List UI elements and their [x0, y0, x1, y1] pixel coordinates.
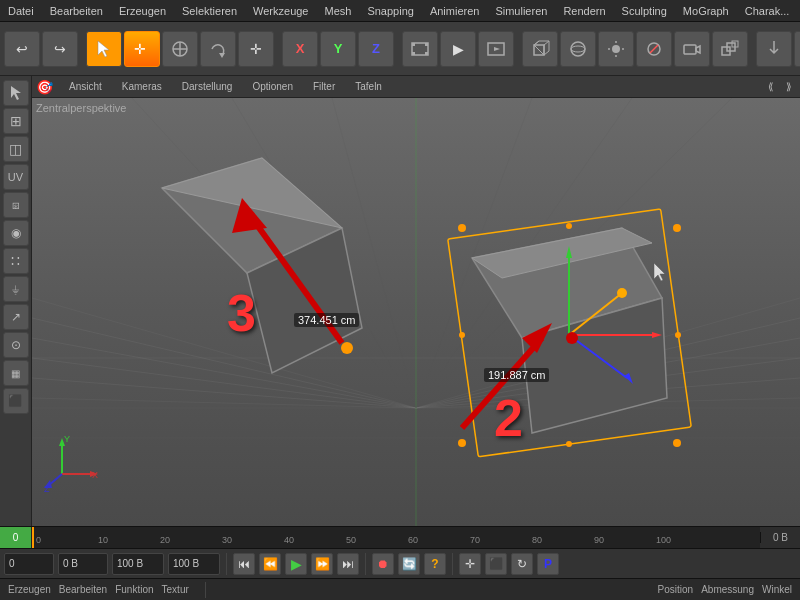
frame-100-value: 100 B [117, 558, 143, 569]
svg-line-77 [569, 335, 627, 378]
menu-bearbeiten[interactable]: Bearbeiten [42, 3, 111, 19]
tab-darstellung[interactable]: Darstellung [174, 79, 241, 94]
sphere-tool-button[interactable] [560, 31, 596, 67]
parking-btn[interactable]: P [537, 553, 559, 575]
tab-filter[interactable]: Filter [305, 79, 343, 94]
tab-kameras[interactable]: Kameras [114, 79, 170, 94]
menu-charak[interactable]: Charak... [737, 3, 798, 19]
undo-button[interactable]: ↩ [4, 31, 40, 67]
menu-mograph[interactable]: MoGraph [675, 3, 737, 19]
redo-button[interactable]: ↪ [42, 31, 78, 67]
tab-optionen[interactable]: Optionen [244, 79, 301, 94]
menu-animieren[interactable]: Animieren [422, 3, 488, 19]
status-erzeugen[interactable]: Erzeugen [8, 584, 51, 595]
left-tool12-btn[interactable]: ⬛ [3, 388, 29, 414]
left-tool3-btn[interactable]: ◫ [3, 136, 29, 162]
left-tool6-btn[interactable]: ◉ [3, 220, 29, 246]
record-btn[interactable]: ⏺ [372, 553, 394, 575]
skip-end-btn[interactable]: ⏭ [337, 553, 359, 575]
axis-indicator: Y X Z [42, 434, 102, 496]
svg-line-26 [650, 45, 658, 53]
frame-current-field[interactable]: 0 [4, 553, 54, 575]
svg-line-40 [32, 398, 416, 408]
z-axis-button[interactable]: Z [358, 31, 394, 67]
left-tool4-btn[interactable]: UV [3, 164, 29, 190]
x-axis-button[interactable]: X [282, 31, 318, 67]
viewport-expand-btn[interactable]: ⟪ [764, 79, 778, 94]
y-axis-button[interactable]: Y [320, 31, 356, 67]
svg-line-55 [416, 98, 532, 408]
objects-svg [32, 98, 800, 526]
refresh-btn[interactable]: ↻ [511, 553, 533, 575]
skip-start-btn[interactable]: ⏮ [233, 553, 255, 575]
left-tool10-btn[interactable]: ⊙ [3, 332, 29, 358]
misc2-button[interactable] [794, 31, 800, 67]
transform-tool-button[interactable]: ✛ [238, 31, 274, 67]
frame-b-field[interactable]: 0 B [58, 553, 108, 575]
left-tool9-btn[interactable]: ↗ [3, 304, 29, 330]
misc1-button[interactable] [756, 31, 792, 67]
status-funktion[interactable]: Funktion [115, 584, 153, 595]
menu-simulieren[interactable]: Simulieren [487, 3, 555, 19]
scale-tool-button[interactable] [162, 31, 198, 67]
render-button[interactable]: ▶ [440, 31, 476, 67]
ctrl-sep3 [452, 553, 453, 575]
tab-tafeln[interactable]: Tafeln [347, 79, 390, 94]
select-tool-button[interactable] [86, 31, 122, 67]
cloner-tool-button[interactable] [712, 31, 748, 67]
next-frame-btn[interactable]: ⏩ [311, 553, 333, 575]
menu-erzeugen[interactable]: Erzeugen [111, 3, 174, 19]
status-textur[interactable]: Textur [162, 584, 189, 595]
menu-rendern[interactable]: Rendern [555, 3, 613, 19]
left-tool5-btn[interactable]: ⧆ [3, 192, 29, 218]
menu-datei[interactable]: Datei [0, 3, 42, 19]
menu-werkzeuge[interactable]: Werkzeuge [245, 3, 316, 19]
menu-snapping[interactable]: Snapping [359, 3, 422, 19]
help-btn[interactable]: ? [424, 553, 446, 575]
cloner-icon [720, 39, 740, 59]
play-btn[interactable]: ▶ [285, 553, 307, 575]
menu-selektieren[interactable]: Selektieren [174, 3, 245, 19]
svg-point-69 [566, 223, 572, 229]
svg-line-44 [416, 298, 800, 408]
camera-tool-button[interactable] [674, 31, 710, 67]
rotate-tool-button[interactable] [200, 31, 236, 67]
tab-ansicht[interactable]: Ansicht [61, 79, 110, 94]
film-icon [410, 39, 430, 59]
viewport-option-btn[interactable]: ⟫ [782, 79, 796, 94]
svg-line-16 [544, 41, 549, 45]
cube-tool-button[interactable] [522, 31, 558, 67]
menu-mesh[interactable]: Mesh [316, 3, 359, 19]
svg-line-36 [32, 338, 416, 408]
left-tool11-btn[interactable]: ▦ [3, 360, 29, 386]
tool5-button[interactable] [402, 31, 438, 67]
camera-label: Zentralperspektive [36, 102, 127, 114]
viewport[interactable]: 🎯 Ansicht Kameras Darstellung Optionen F… [32, 76, 800, 526]
frame-100b-field[interactable]: 100 B [112, 553, 164, 575]
light-tool-button[interactable] [598, 31, 634, 67]
left-tool7-btn[interactable]: ∷ [3, 248, 29, 274]
left-select-btn[interactable] [3, 80, 29, 106]
status-abmessung: Abmessung [701, 584, 754, 595]
timeline-track[interactable]: 0 10 20 30 40 50 60 70 80 90 100 [32, 527, 760, 549]
left-tool8-btn[interactable]: ⏚ [3, 276, 29, 302]
cursor-small-icon [8, 85, 24, 101]
svg-line-54 [332, 98, 416, 408]
camera-icon [682, 39, 702, 59]
render-to-po-button[interactable] [478, 31, 514, 67]
frame-end-field[interactable]: 100 B [168, 553, 220, 575]
loop-btn[interactable]: 🔄 [398, 553, 420, 575]
viewport-canvas[interactable]: Zentralperspektive [32, 98, 800, 526]
menu-sculpting[interactable]: Sculpting [614, 3, 675, 19]
tl-mark-90: 90 [594, 529, 604, 549]
coord-btn[interactable]: ✛ [459, 553, 481, 575]
svg-marker-85 [522, 323, 552, 353]
prev-frame-btn[interactable]: ⏪ [259, 553, 281, 575]
render-quick-btn[interactable]: ⬛ [485, 553, 507, 575]
null-tool-button[interactable] [636, 31, 672, 67]
status-bearbeiten[interactable]: Bearbeiten [59, 584, 107, 595]
tl-mark-80: 80 [532, 529, 542, 549]
svg-rect-64 [448, 209, 692, 457]
move-tool-button[interactable]: ✛ [124, 31, 160, 67]
left-tool2-btn[interactable]: ⊞ [3, 108, 29, 134]
